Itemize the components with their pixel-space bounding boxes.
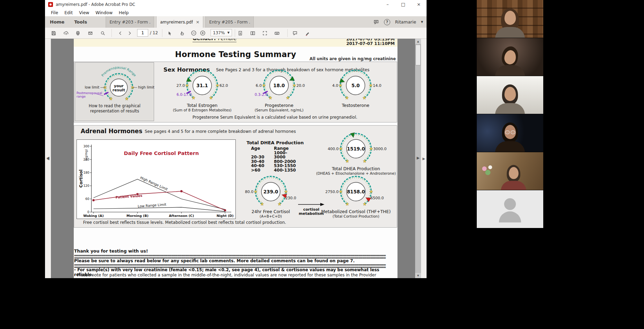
- y-tick-label: 180: [83, 171, 89, 174]
- participant-video-4[interactable]: [477, 114, 543, 152]
- gauge-metabolized-cortisol: 8158.02750.06500.0Metabolized Cortisol (…: [323, 170, 389, 218]
- save-button[interactable]: [49, 29, 58, 37]
- tabbar: Home Tools Entry #203 - Form ... amyreim…: [45, 16, 427, 28]
- tab-tools[interactable]: Tools: [69, 16, 92, 28]
- right-panel-toggle[interactable]: ▶: [421, 39, 427, 278]
- tab-entry-203[interactable]: Entry #203 - Form ...: [106, 16, 154, 28]
- result-marker-icon: [350, 132, 355, 138]
- participant-video-2[interactable]: [477, 38, 543, 76]
- gauge-value: 18.0: [273, 83, 285, 88]
- x-tick-label: Afternoon (C): [169, 214, 194, 218]
- page-nav-left-icon[interactable]: ◀: [46, 156, 49, 160]
- person-silhouette: [477, 0, 543, 38]
- postmenopausal-range-label: Postmenopausal: [77, 91, 102, 95]
- gauge-value: 5.0: [351, 83, 360, 88]
- menu-file[interactable]: File: [48, 10, 61, 15]
- thanks-line: Thank you for testing with us!: [74, 248, 148, 254]
- avatar-placeholder-icon: [504, 198, 516, 210]
- tab-amyreimers[interactable]: amyreimers.pdf ×: [156, 16, 203, 28]
- gauge-dial-metabolized-cortisol: 8158.02750.06500.0: [323, 170, 389, 208]
- window-title: amyreimers.pdf - Adobe Acrobat Pro DC: [56, 2, 135, 7]
- legend-gauge: Premenopausal Rangelow limithigh limitPo…: [75, 65, 154, 106]
- participant-video-1[interactable]: [477, 0, 543, 38]
- gauge-value: 8158.0: [347, 189, 365, 194]
- svg-text:range: range: [77, 95, 86, 98]
- highlight-icon[interactable]: [303, 29, 312, 37]
- lab-comments-note: Please be sure to always read below for …: [74, 258, 355, 263]
- page-view-icon[interactable]: [248, 29, 257, 37]
- scroll-mode-icon[interactable]: [236, 29, 244, 37]
- maximize-button[interactable]: □: [395, 0, 411, 9]
- legend-gauge-dial: Premenopausal Rangelow limithigh limitPo…: [75, 65, 154, 104]
- low-limit-label: low limit: [85, 85, 99, 89]
- participant-video-6[interactable]: [477, 190, 543, 228]
- previous-page-button[interactable]: [116, 29, 125, 37]
- zoom-out-icon[interactable]: [189, 29, 198, 37]
- scrollbar-thumb[interactable]: [415, 45, 421, 65]
- print-button[interactable]: [73, 29, 82, 37]
- tab-close-icon[interactable]: ×: [196, 20, 199, 24]
- gauge-dial-free-cortisol: 239.080.0230.0: [238, 170, 304, 208]
- page-count-label: / 12: [150, 30, 158, 35]
- gauge-high-limit: 6500.0: [370, 196, 384, 200]
- menu-window[interactable]: Window: [92, 10, 116, 15]
- cortisol-chart-box: Daily Free Cortisol Pattern0601201802403…: [77, 139, 236, 219]
- x-tick-label: Morning (B): [126, 214, 148, 218]
- keyboard-icon[interactable]: [272, 29, 281, 37]
- zoom-level-select[interactable]: 137% ▼: [211, 29, 232, 36]
- y-axis-label: Cortisol: [79, 170, 83, 188]
- page-number-input[interactable]: [137, 29, 148, 37]
- y-axis-units: (ng/mg): [84, 149, 88, 161]
- close-button[interactable]: ×: [411, 0, 427, 9]
- scroll-up-icon[interactable]: ▲: [415, 39, 421, 44]
- menu-edit[interactable]: Edit: [61, 10, 76, 15]
- pdf-page: Gender: Female 2017-07-07 05:15PM 2017-0…: [74, 39, 397, 278]
- gauge-total-dhea: 1519.0400.03000.0Total DHEA Production(D…: [323, 127, 389, 175]
- comments-panel-icon[interactable]: [373, 19, 379, 25]
- comment-icon[interactable]: [290, 29, 299, 37]
- minimize-button[interactable]: –: [380, 0, 395, 9]
- gauge-high-limit: 20.0: [296, 83, 305, 88]
- gauge-low-limit: 80.0: [245, 190, 254, 194]
- scroll-down-icon[interactable]: ▼: [415, 273, 421, 278]
- window-controls: – □ ×: [380, 0, 427, 9]
- premenopausal-arc-label: Premenopausal Range: [100, 65, 137, 77]
- menu-help[interactable]: Help: [116, 10, 132, 15]
- series-patient-values: [93, 191, 225, 210]
- y-tick-label: 0: [87, 210, 89, 214]
- chevron-right-icon: ▶: [422, 157, 425, 161]
- gauge-dial-total-estrogen: 6.0-17.031.127.062.0: [169, 63, 235, 102]
- fullscreen-icon[interactable]: [260, 29, 269, 37]
- next-page-button[interactable]: [125, 29, 134, 37]
- tab-entry-205[interactable]: Entry #205 - Form ...: [205, 16, 254, 28]
- user-menu[interactable]: Ritamarie: [395, 19, 416, 25]
- hand-tool-icon[interactable]: [178, 29, 186, 37]
- gauge-dial-progesterone: 0.3-2.018.06.020.0: [246, 63, 312, 102]
- help-icon[interactable]: ?: [384, 19, 390, 25]
- patient-value-point: [180, 190, 182, 192]
- participant-video-5[interactable]: [477, 152, 543, 190]
- patient-values-label: Patient Values: [115, 194, 142, 199]
- avatar-placeholder-icon: [499, 211, 521, 222]
- search-icon[interactable]: [98, 29, 107, 37]
- cloud-upload-button[interactable]: [62, 29, 70, 37]
- gauge-high-limit: 14.0: [373, 83, 382, 88]
- age-table-row: 20-301000-3000: [251, 151, 297, 159]
- email-button[interactable]: [86, 29, 95, 37]
- zoom-in-icon[interactable]: [198, 29, 207, 37]
- high-limit-label: high limit: [138, 85, 154, 89]
- arrow-right-icon: [297, 202, 325, 206]
- gauge-low-limit: 4.0: [332, 83, 339, 88]
- tab-home[interactable]: Home: [45, 16, 69, 28]
- toolbar-separator: [287, 29, 288, 37]
- svg-text:result: result: [113, 88, 125, 92]
- range-star-icon: [125, 97, 128, 100]
- participant-video-3[interactable]: [477, 76, 543, 114]
- page-nav-right-icon[interactable]: ▶: [417, 156, 420, 160]
- gauge-low-limit: 6.0: [256, 83, 262, 88]
- select-tool-icon[interactable]: [165, 29, 174, 37]
- menu-view[interactable]: View: [76, 10, 92, 15]
- chevron-down-icon[interactable]: ▼: [421, 20, 423, 24]
- gender-field: Gender: Female: [193, 39, 236, 42]
- person-silhouette: [477, 76, 543, 114]
